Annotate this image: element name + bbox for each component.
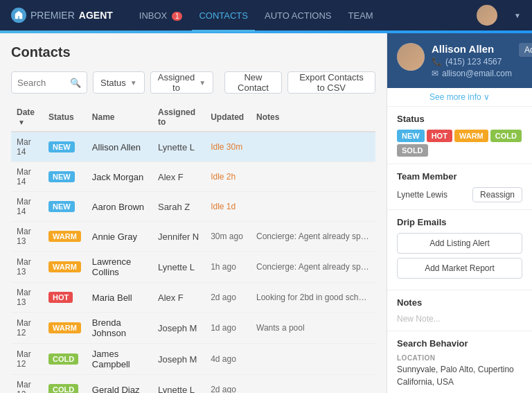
nav-team[interactable]: TEAM bbox=[342, 8, 380, 24]
cell-status: COLD bbox=[43, 375, 87, 394]
status-badge: NEW bbox=[48, 201, 75, 212]
contact-email: ✉ allison@email.com bbox=[432, 69, 512, 78]
cell-date: Mar 12 bbox=[11, 313, 43, 344]
actions-button[interactable]: Actions ▼ bbox=[519, 43, 532, 57]
table-row[interactable]: Mar 14 NEW Jack Morgan Alex F Idle 2h bbox=[11, 162, 375, 192]
notes-placeholder: New Note... bbox=[397, 314, 441, 324]
cell-name[interactable]: Brenda Johnson bbox=[87, 313, 152, 344]
nav-contacts[interactable]: CONTACTS bbox=[192, 8, 255, 24]
search-input[interactable] bbox=[17, 78, 66, 88]
cell-assigned[interactable]: Lynette L bbox=[152, 132, 205, 162]
brand-logo[interactable]: PREMIERAGENT bbox=[11, 8, 113, 23]
cell-assigned[interactable]: Joseph M bbox=[152, 344, 205, 375]
navbar: PREMIERAGENT INBOX 1 CONTACTS AUTO ACTIO… bbox=[0, 0, 532, 30]
cell-notes bbox=[251, 344, 375, 375]
assigned-filter-button[interactable]: Assigned to ▼ bbox=[150, 71, 213, 94]
cell-date: Mar 14 bbox=[11, 132, 43, 162]
cell-name[interactable]: Jack Morgan bbox=[87, 162, 152, 192]
user-avatar[interactable] bbox=[477, 5, 497, 26]
cell-updated: 2d ago bbox=[205, 283, 251, 313]
add-market-report-button[interactable]: Add Market Report bbox=[397, 258, 522, 279]
table-row[interactable]: Mar 14 NEW Aaron Brown Sarah Z Idle 1d bbox=[11, 192, 375, 222]
avatar-dropdown-icon[interactable]: ▼ bbox=[514, 12, 521, 19]
cell-updated: 1d ago bbox=[205, 313, 251, 344]
team-section-title: Team Member bbox=[397, 171, 522, 182]
cell-assigned[interactable]: Joseph M bbox=[152, 313, 205, 344]
cell-updated: Idle 2h bbox=[205, 162, 251, 192]
status-badge: WARM bbox=[48, 261, 81, 272]
search-icon: 🔍 bbox=[70, 78, 81, 88]
add-listing-alert-button[interactable]: Add Listing Alert bbox=[397, 233, 522, 254]
status-badge: NEW bbox=[48, 171, 75, 182]
status-hot-button[interactable]: HOT bbox=[427, 130, 452, 142]
nav-inbox[interactable]: INBOX 1 bbox=[132, 8, 190, 24]
col-date[interactable]: Date ▼ bbox=[11, 103, 43, 132]
status-warm-button[interactable]: WARM bbox=[454, 130, 488, 142]
cell-name[interactable]: Allison Allen bbox=[87, 132, 152, 162]
cell-notes: Looking for 2bd in good school district bbox=[251, 283, 375, 313]
cell-name[interactable]: James Campbell bbox=[87, 344, 152, 375]
reassign-button[interactable]: Reassign bbox=[472, 187, 522, 202]
cell-assigned[interactable]: Alex F bbox=[152, 162, 205, 192]
status-badge: HOT bbox=[48, 292, 73, 303]
status-badge: COLD bbox=[48, 384, 78, 393]
cell-status: COLD bbox=[43, 344, 87, 375]
cell-date: Mar 13 bbox=[11, 252, 43, 283]
location-label: LOCATION bbox=[397, 354, 522, 362]
col-updated: Updated bbox=[205, 103, 251, 132]
cell-assigned[interactable]: Alex F bbox=[152, 283, 205, 313]
search-box[interactable]: 🔍 bbox=[11, 71, 87, 94]
cell-assigned[interactable]: Jennifer N bbox=[152, 222, 205, 252]
cell-assigned[interactable]: Lynette L bbox=[152, 252, 205, 283]
nav-auto-actions[interactable]: AUTO ACTIONS bbox=[258, 8, 339, 24]
cell-name[interactable]: Lawrence Collins bbox=[87, 252, 152, 283]
status-badge: WARM bbox=[48, 231, 81, 242]
see-more-link[interactable]: See more info ∨ bbox=[387, 88, 532, 107]
cell-name[interactable]: Gerald Diaz bbox=[87, 375, 152, 394]
assigned-chevron-icon: ▼ bbox=[199, 79, 206, 87]
status-cold-button[interactable]: COLD bbox=[490, 130, 522, 142]
status-new-button[interactable]: NEW bbox=[397, 130, 425, 142]
cell-status: HOT bbox=[43, 283, 87, 313]
cell-name[interactable]: Maria Bell bbox=[87, 283, 152, 313]
team-member-row: Lynette Lewis Reassign bbox=[397, 187, 522, 202]
status-filter-button[interactable]: Status ▼ bbox=[93, 71, 145, 94]
phone-icon: 📞 bbox=[432, 57, 442, 67]
assigned-filter-label: Assigned to bbox=[158, 72, 195, 93]
toolbar: 🔍 Status ▼ Assigned to ▼ New Contact Exp… bbox=[11, 71, 375, 94]
cell-date: Mar 14 bbox=[11, 162, 43, 192]
table-row[interactable]: Mar 13 WARM Lawrence Collins Lynette L 1… bbox=[11, 252, 375, 283]
status-badge: NEW bbox=[48, 141, 75, 152]
table-row[interactable]: Mar 13 HOT Maria Bell Alex F 2d ago Look… bbox=[11, 283, 375, 313]
export-contacts-button[interactable]: Export Contacts to CSV bbox=[287, 71, 375, 94]
cell-updated: 2d ago bbox=[205, 375, 251, 394]
search-behavior-section: Search Behavior LOCATION Sunnyvale, Palo… bbox=[387, 331, 532, 393]
email-icon: ✉ bbox=[432, 69, 438, 78]
table-row[interactable]: Mar 14 NEW Allison Allen Lynette L Idle … bbox=[11, 132, 375, 162]
contact-header: Allison Allen 📞 (415) 123 4567 ✉ allison… bbox=[387, 33, 532, 88]
table-row[interactable]: Mar 12 COLD Gerald Diaz Lynette L 2d ago bbox=[11, 375, 375, 394]
notes-section-title: Notes bbox=[397, 297, 522, 308]
cell-date: Mar 13 bbox=[11, 222, 43, 252]
drip-emails-section: Drip Emails Add Listing Alert Add Market… bbox=[387, 210, 532, 290]
table-row[interactable]: Mar 13 WARM Annie Gray Jennifer N 30m ag… bbox=[11, 222, 375, 252]
brand-agent: AGENT bbox=[79, 10, 113, 21]
contact-info: Allison Allen 📞 (415) 123 4567 ✉ allison… bbox=[432, 43, 512, 78]
cell-assigned[interactable]: Lynette L bbox=[152, 375, 205, 394]
brand-premier: PREMIER bbox=[30, 10, 75, 21]
cell-status: WARM bbox=[43, 222, 87, 252]
drip-section-title: Drip Emails bbox=[397, 217, 522, 227]
contact-avatar bbox=[397, 43, 425, 71]
table-row[interactable]: Mar 12 COLD James Campbell Joseph M 4d a… bbox=[11, 344, 375, 375]
new-contact-button[interactable]: New Contact bbox=[224, 71, 282, 94]
cell-status: NEW bbox=[43, 192, 87, 222]
cell-status: NEW bbox=[43, 162, 87, 192]
cell-name[interactable]: Aaron Brown bbox=[87, 192, 152, 222]
search-behavior-title: Search Behavior bbox=[397, 338, 522, 349]
cell-assigned[interactable]: Sarah Z bbox=[152, 192, 205, 222]
table-row[interactable]: Mar 12 WARM Brenda Johnson Joseph M 1d a… bbox=[11, 313, 375, 344]
cell-notes: Concierge: Agent already spoke to consum… bbox=[251, 222, 375, 252]
col-assigned: Assigned to bbox=[152, 103, 205, 132]
cell-name[interactable]: Annie Gray bbox=[87, 222, 152, 252]
status-sold-button[interactable]: SOLD bbox=[397, 144, 428, 157]
